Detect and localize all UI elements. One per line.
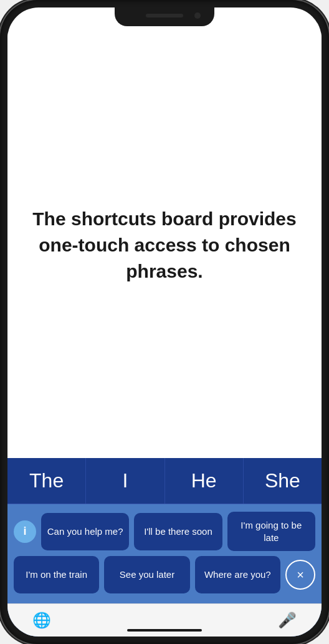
phrase-area: i Can you help me? I'll be there soon I'…: [7, 504, 322, 603]
speaker: [146, 14, 183, 17]
word-row: The I He She: [7, 458, 322, 504]
phrase-btn-ill-be-there-soon[interactable]: I'll be there soon: [134, 513, 222, 550]
content-area: The shortcuts board provides one-touch a…: [7, 7, 322, 637]
phone-screen: The shortcuts board provides one-touch a…: [7, 7, 322, 637]
word-cell-i[interactable]: I: [86, 458, 164, 504]
word-cell-the[interactable]: The: [7, 458, 86, 504]
close-icon: ×: [297, 568, 304, 582]
phrase-btn-where-are-you[interactable]: Where are you?: [195, 556, 280, 593]
notch: [115, 7, 214, 26]
phrase-row-1: i Can you help me? I'll be there soon I'…: [14, 512, 315, 551]
main-description-text: The shortcuts board provides one-touch a…: [32, 206, 297, 285]
close-button[interactable]: ×: [285, 560, 315, 590]
keyboard-area: The I He She i Can you help me? I'll be …: [7, 458, 322, 637]
text-display-area: The shortcuts board provides one-touch a…: [7, 32, 322, 458]
word-cell-she[interactable]: She: [244, 458, 322, 504]
phone-frame: The shortcuts board provides one-touch a…: [0, 0, 329, 644]
globe-icon[interactable]: 🌐: [32, 612, 51, 629]
camera: [194, 12, 201, 19]
phrase-btn-im-on-the-train[interactable]: I'm on the train: [14, 556, 99, 593]
mic-icon[interactable]: 🎤: [278, 612, 297, 629]
home-indicator[interactable]: [127, 629, 202, 632]
info-button[interactable]: i: [14, 520, 36, 543]
phrase-btn-can-you-help-me[interactable]: Can you help me?: [41, 513, 129, 550]
phrase-row-2: I'm on the train See you later Where are…: [14, 556, 315, 593]
bottom-bar: 🌐 🎤: [7, 603, 322, 637]
phrase-btn-im-going-to-be-late[interactable]: I'm going to be late: [227, 512, 315, 551]
phrase-btn-see-you-later[interactable]: See you later: [104, 556, 189, 593]
word-cell-he[interactable]: He: [165, 458, 244, 504]
